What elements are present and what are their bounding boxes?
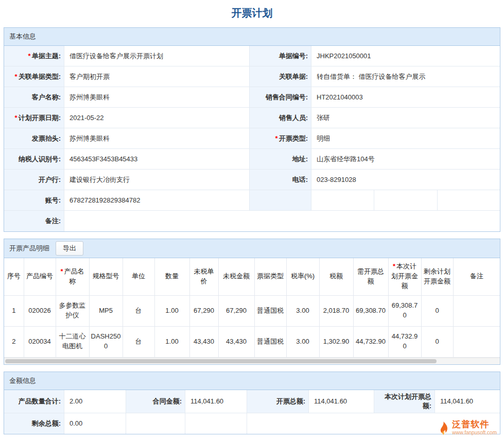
cell-unit: 台 (123, 326, 154, 357)
field-value-customer-name: 苏州博美眼科 (64, 87, 250, 107)
cell-tax-amount: 2,018.70 (319, 295, 353, 326)
cell-untaxed-amount: 67,290 (218, 295, 254, 326)
field-value-related-doc: 转自借货单： 借医疗设备给客户展示 (311, 66, 500, 87)
horizontal-scrollbar[interactable] (4, 358, 500, 364)
cell-product-code: 020034 (24, 326, 56, 357)
cell-index: 1 (4, 295, 24, 326)
basic-info-title: 基本信息 (9, 32, 36, 40)
cell-remark (453, 295, 500, 326)
page: 开票计划 基本信息 *单据主题: 借医疗设备给客户展示开票计划 单据编号: JH… (0, 0, 504, 438)
field-value-invoice-type: 明细 (311, 128, 500, 148)
col-header-remark: 备注 (453, 258, 500, 295)
col-header-tax-rate: 税率(%) (286, 258, 319, 295)
cell-remaining-plan-amount: 0 (421, 295, 453, 326)
field-label-invoice-title: 发票抬头: (4, 128, 64, 148)
field-label-phone: 电话: (250, 170, 311, 190)
col-header-bill-type: 票据类型 (254, 258, 286, 295)
empty-label-cell (250, 190, 311, 210)
product-table: 序号 产品编号 *产品名称 规格型号 单位 数量 未税单价 未税金额 票据类型 … (4, 258, 500, 358)
field-label-contract-number: 销售合同编号: (250, 87, 311, 107)
cell-bill-type: 普通国税 (254, 326, 286, 357)
scrollbar-thumb[interactable] (5, 359, 437, 363)
brand-text: 泛普软件 www.fanpusoft.com (452, 420, 497, 436)
cell-product-code: 020026 (24, 295, 56, 326)
cell-remark (453, 326, 500, 357)
field-label-customer-name: 客户名称: (4, 87, 64, 107)
field-value-current-plan-total: 114,041.60 (435, 390, 500, 413)
cell-current-plan-amount: 44,732.90 (388, 326, 421, 357)
table-row: 2 020034 十二道心电图机 DASH2500 台 1.00 43,430 … (4, 326, 500, 357)
amount-row: 产品数量合计: 2.00 合同金额: 114,041.60 开票总额: 114,… (4, 390, 500, 413)
empty-cell (438, 190, 500, 210)
cell-tax-rate: 3.00 (286, 326, 319, 357)
cell-current-plan-amount: 69,308.70 (388, 295, 421, 326)
field-label-invoice-type: *开票类型: (250, 128, 311, 148)
brand-url: www.fanpusoft.com (452, 430, 497, 436)
col-header-index: 序号 (4, 258, 24, 295)
form-row: 发票抬头: 苏州博美眼科 *开票类型: 明细 (4, 128, 500, 149)
form-row: 账号: 6782728192829384782 (4, 190, 500, 211)
field-label-subject: *单据主题: (4, 46, 64, 66)
field-label-account-number: 账号: (4, 190, 64, 210)
flame-icon (437, 421, 449, 435)
form-row: 备注: (4, 211, 500, 231)
field-value-taxpayer-id: 4563453F3453B45433 (64, 149, 250, 169)
col-header-total-invoice-amount: 需开票总额 (353, 258, 388, 295)
col-header-untaxed-amount: 未税金额 (218, 258, 254, 295)
cell-total-invoice-amount: 69,308.70 (353, 295, 388, 326)
cell-product-name: 多参数监护仪 (56, 295, 89, 326)
amount-info-section: 金额信息 产品数量合计: 2.00 合同金额: 114,041.60 开票总额:… (4, 372, 500, 434)
cell-product-name: 十二道心电图机 (56, 326, 89, 357)
field-value-remark (64, 211, 500, 231)
cell-untaxed-amount: 43,430 (218, 326, 254, 357)
amount-info-title: 金额信息 (9, 377, 36, 384)
empty-cell (311, 190, 374, 210)
cell-untaxed-price: 67,290 (189, 295, 218, 326)
field-value-account-number: 6782728192829384782 (64, 190, 250, 210)
col-header-quantity: 数量 (154, 258, 189, 295)
field-value-remaining-total: 0.00 (64, 413, 126, 434)
brand-name: 泛普软件 (452, 420, 497, 430)
field-label-contract-amount: 合同金额: (126, 390, 185, 413)
col-header-untaxed-price: 未税单价 (189, 258, 218, 295)
field-label-related-doc-type: *关联单据类型: (4, 66, 64, 87)
empty-cell (126, 413, 185, 434)
form-row: 客户名称: 苏州博美眼科 销售合同编号: HT2021040003 (4, 87, 500, 108)
cell-bill-type: 普通国税 (254, 295, 286, 326)
field-label-salesperson: 销售人员: (250, 108, 311, 128)
col-header-product-code: 产品编号 (24, 258, 56, 295)
fanpu-logo[interactable]: 泛普软件 www.fanpusoft.com (437, 420, 497, 436)
field-value-invoice-title: 苏州博美眼科 (64, 128, 250, 148)
table-row: 1 020026 多参数监护仪 MP5 台 1.00 67,290 67,290… (4, 295, 500, 326)
cell-quantity: 1.00 (154, 326, 189, 357)
field-label-remaining-total: 剩余总额: (4, 413, 64, 434)
product-detail-header: 开票产品明细 导出 (4, 239, 500, 258)
form-row: 纳税人识别号: 4563453F3453B45433 地址: 山东省经华路104… (4, 149, 500, 170)
col-header-current-plan-amount: *本次计划开票金额 (388, 258, 421, 295)
form-row: 开户行: 建设银行大冶街支行 电话: 023-8291028 (4, 170, 500, 190)
amount-row: 剩余总额: 0.00 (4, 413, 500, 434)
field-value-contract-amount: 114,041.60 (185, 390, 247, 413)
cell-quantity: 1.00 (154, 295, 189, 326)
field-value-invoice-total: 114,041.60 (309, 390, 374, 413)
cell-tax-amount: 1,302.90 (319, 326, 353, 357)
basic-info-section: 基本信息 *单据主题: 借医疗设备给客户展示开票计划 单据编号: JHKP202… (4, 27, 500, 232)
field-label-plan-date: *计划开票日期: (4, 108, 64, 128)
field-value-bank: 建设银行大冶街支行 (64, 170, 250, 190)
field-label-bank: 开户行: (4, 170, 64, 190)
cell-unit: 台 (123, 295, 154, 326)
cell-total-invoice-amount: 44,732.90 (353, 326, 388, 357)
product-detail-title: 开票产品明细 (9, 244, 49, 253)
cell-spec-model: MP5 (89, 295, 123, 326)
form-row: *单据主题: 借医疗设备给客户展示开票计划 单据编号: JHKP20210500… (4, 46, 500, 66)
field-value-related-doc-type: 客户期初开票 (64, 66, 250, 87)
product-detail-section: 开票产品明细 导出 序号 产品编号 *产品名称 规格型号 单位 数量 未税单价 (4, 239, 500, 365)
form-row: *计划开票日期: 2021-05-22 销售人员: 张研 (4, 108, 500, 128)
export-button[interactable]: 导出 (56, 241, 83, 256)
field-value-doc-number: JHKP2021050001 (311, 46, 500, 66)
field-label-doc-number: 单据编号: (250, 46, 311, 66)
field-value-plan-date: 2021-05-22 (64, 108, 250, 128)
field-value-phone: 023-8291028 (311, 170, 500, 190)
field-label-address: 地址: (250, 149, 311, 169)
empty-cell (185, 413, 247, 434)
